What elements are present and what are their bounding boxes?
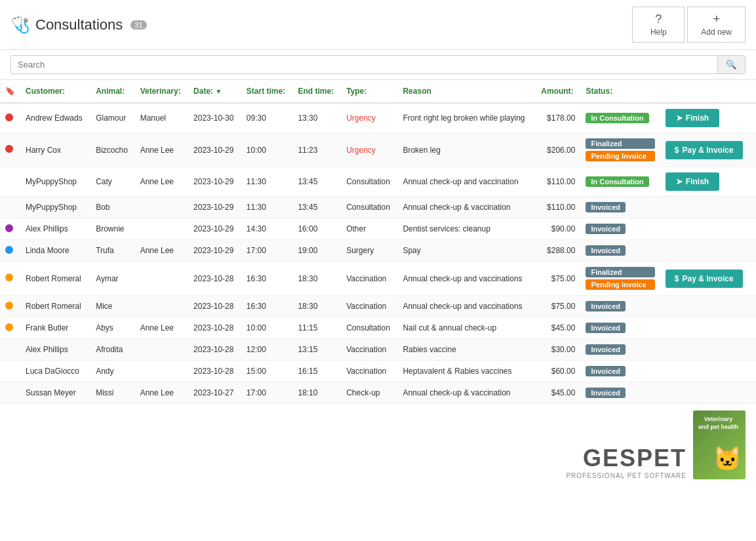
status-badge: Finalized <box>586 267 654 277</box>
col-customer: Customer: <box>20 80 90 103</box>
customer-cell: Alex Phillips <box>20 339 90 361</box>
table-row: Harry CoxBizcochoAnne Lee2023-10-2910:00… <box>0 133 756 167</box>
reason-cell: Broken leg <box>397 133 536 167</box>
status-dot <box>5 273 13 281</box>
status-dot <box>5 113 13 121</box>
add-new-label: Add new <box>701 28 732 37</box>
start-time-cell: 16:30 <box>241 262 293 296</box>
end-time-cell: 18:10 <box>292 382 341 404</box>
status-badge: In Consultation <box>586 113 648 123</box>
veterinary-cell <box>135 339 188 361</box>
status-dot-cell <box>0 262 20 296</box>
status-cell: Invoiced <box>580 382 660 404</box>
start-time-cell: 14:30 <box>241 218 293 240</box>
consultations-table-container: 🔖 Customer: Animal: Veterinary: Date: ▼ … <box>0 80 756 404</box>
status-badge: Invoiced <box>586 344 626 355</box>
consultations-table: 🔖 Customer: Animal: Veterinary: Date: ▼ … <box>0 80 756 404</box>
reason-cell: Annual check-up and vaccinations <box>397 262 536 296</box>
status-cell: FinalizedPending Invoice <box>580 133 660 167</box>
status-dot-cell <box>0 317 20 339</box>
col-amount: Amount: <box>536 80 580 103</box>
status-dot <box>5 224 13 232</box>
end-time-cell: 11:15 <box>292 317 341 339</box>
action-cell <box>660 218 756 240</box>
date-cell: 2023-10-28 <box>188 339 241 361</box>
end-time-cell: 18:30 <box>292 262 341 296</box>
status-dot-cell <box>0 133 20 167</box>
type-cell: Urgency <box>341 133 397 167</box>
col-date[interactable]: Date: ▼ <box>188 80 241 103</box>
start-time-cell: 16:30 <box>241 296 293 317</box>
date-cell: 2023-10-30 <box>188 103 241 133</box>
status-badge: Invoiced <box>586 245 626 256</box>
veterinary-cell: Anne Lee <box>135 382 188 404</box>
header-buttons: ? Help + Add new <box>632 7 746 43</box>
status-badge: Invoiced <box>586 388 626 398</box>
brand-name: GESPET <box>566 445 686 472</box>
status-badge: In Consultation <box>586 176 648 187</box>
pay-invoice-button[interactable]: $ Pay & Invoice <box>666 270 743 288</box>
table-row: MyPuppyShopCatyAnne Lee2023-10-2911:3013… <box>0 167 756 197</box>
date-cell: 2023-10-28 <box>188 317 241 339</box>
start-time-cell: 10:00 <box>241 317 293 339</box>
start-time-cell: 15:00 <box>241 361 293 382</box>
footer-brand: GESPET PROFESSIONAL PET SOFTWARE Veterin… <box>0 404 756 486</box>
help-button[interactable]: ? Help <box>632 7 685 43</box>
bookmark-icon: 🔖 <box>5 87 15 96</box>
end-time-cell: 16:00 <box>292 218 341 240</box>
amount-cell: $110.00 <box>536 167 580 197</box>
status-badge: Invoiced <box>586 202 626 212</box>
amount-cell: $60.00 <box>536 361 580 382</box>
animal-cell: Andy <box>90 361 135 382</box>
reason-cell: Nail cut & annual check-up <box>397 317 536 339</box>
animal-cell: Mice <box>90 296 135 317</box>
reason-cell: Annual check-up and vaccination <box>397 167 536 197</box>
status-dot-cell <box>0 218 20 240</box>
amount-cell: $288.00 <box>536 240 580 262</box>
action-cell: $ Pay & Invoice <box>660 262 756 296</box>
table-row: Alex PhillipsBrownie2023-10-2914:3016:00… <box>0 218 756 240</box>
search-bar: 🔍 <box>0 50 756 80</box>
customer-cell: Frank Butler <box>20 317 90 339</box>
table-row: Sussan MeyerMissiAnne Lee2023-10-2717:00… <box>0 382 756 404</box>
status-dot-cell <box>0 339 20 361</box>
start-time-cell: 09:30 <box>241 103 293 133</box>
date-cell: 2023-10-29 <box>188 218 241 240</box>
reason-cell: Annual check-up & vaccination <box>397 382 536 404</box>
animal-cell: Aymar <box>90 262 135 296</box>
status-badge: Pending invoice <box>586 279 654 290</box>
dollar-icon: $ <box>675 146 679 155</box>
notification-badge: 31 <box>130 20 146 30</box>
brand-subtitle: PROFESSIONAL PET SOFTWARE <box>566 472 686 479</box>
type-cell: Vaccination <box>341 262 397 296</box>
finish-button[interactable]: ➤ Finish <box>666 172 719 191</box>
status-cell: Invoiced <box>580 361 660 382</box>
start-time-cell: 11:30 <box>241 197 293 218</box>
animal-cell: Abys <box>90 317 135 339</box>
urgency-label: Urgency <box>346 146 376 155</box>
amount-cell: $178.00 <box>536 103 580 133</box>
search-input[interactable] <box>11 56 717 73</box>
header: 🩺 Consultations 31 ? Help + Add new <box>0 0 756 50</box>
add-new-button[interactable]: + Add new <box>687 7 746 43</box>
status-dot-cell <box>0 361 20 382</box>
amount-cell: $45.00 <box>536 382 580 404</box>
reason-cell: Annual check-up and vaccinations <box>397 296 536 317</box>
type-cell: Vaccination <box>341 361 397 382</box>
col-type: Type: <box>341 80 397 103</box>
type-cell: Check-up <box>341 382 397 404</box>
action-cell <box>660 240 756 262</box>
finish-button[interactable]: ➤ Finish <box>666 109 719 127</box>
start-time-cell: 12:00 <box>241 339 293 361</box>
pay-invoice-button[interactable]: $ Pay & Invoice <box>666 141 743 159</box>
action-cell <box>660 317 756 339</box>
search-button[interactable]: 🔍 <box>717 56 745 73</box>
col-veterinary: Veterinary: <box>135 80 188 103</box>
action-cell <box>660 339 756 361</box>
date-cell: 2023-10-27 <box>188 382 241 404</box>
date-cell: 2023-10-29 <box>188 133 241 167</box>
date-cell: 2023-10-28 <box>188 361 241 382</box>
type-cell: Consultation <box>341 317 397 339</box>
date-cell: 2023-10-29 <box>188 167 241 197</box>
animal-cell: Brownie <box>90 218 135 240</box>
